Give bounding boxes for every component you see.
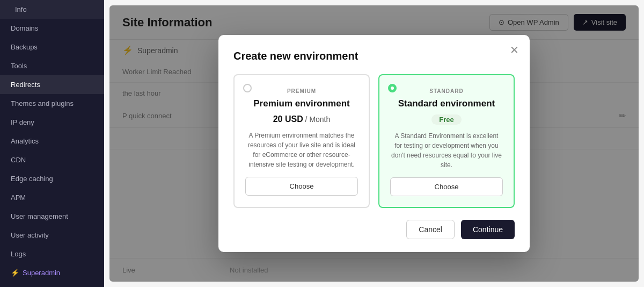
premium-type-label: PREMIUM bbox=[245, 88, 358, 94]
modal-title: Create new environment bbox=[233, 50, 515, 62]
standard-env-name: Standard environment bbox=[390, 98, 503, 109]
sidebar-item-user-management[interactable]: User management bbox=[0, 207, 104, 226]
sidebar-item-redirects[interactable]: Redirects bbox=[0, 75, 104, 94]
modal-footer: Cancel Continue bbox=[233, 220, 515, 239]
main-content: Site Information ⊙ Open WP Admin ↗ Visit… bbox=[104, 0, 644, 287]
sidebar-item-ip-deny[interactable]: IP deny bbox=[0, 113, 104, 132]
sidebar-item-label: Backups bbox=[11, 43, 38, 51]
sidebar-item-analytics[interactable]: Analytics bbox=[0, 132, 104, 150]
sidebar-item-label: Info bbox=[15, 5, 27, 13]
environment-cards: PREMIUM Premium environment 20 USD / Mon… bbox=[233, 74, 515, 208]
standard-type-label: STANDARD bbox=[390, 88, 503, 94]
sidebar-item-label: Redirects bbox=[11, 81, 40, 89]
sidebar-item-label: Edge caching bbox=[11, 175, 53, 183]
standard-choose-button[interactable]: Choose bbox=[390, 177, 503, 196]
sidebar-item-edge-caching[interactable]: Edge caching bbox=[0, 169, 104, 188]
sidebar-item-label: Analytics bbox=[11, 137, 39, 145]
create-environment-modal: ✕ Create new environment PREMIUM Premium… bbox=[218, 35, 530, 252]
premium-env-name: Premium environment bbox=[245, 98, 358, 109]
lightning-icon: ⚡ bbox=[11, 269, 19, 277]
sidebar-item-label: APM bbox=[11, 193, 26, 202]
standard-radio[interactable] bbox=[388, 84, 397, 92]
premium-price-amount: 20 USD bbox=[273, 114, 303, 124]
sidebar-item-label: Themes and plugins bbox=[11, 99, 74, 107]
premium-price: 20 USD / Month bbox=[245, 114, 358, 124]
sidebar-item-label: User management bbox=[11, 212, 68, 220]
sidebar-item-label: CDN bbox=[11, 156, 26, 164]
sidebar-item-superadmin[interactable]: ⚡ Superadmin bbox=[0, 263, 104, 282]
modal-overlay: ✕ Create new environment PREMIUM Premium… bbox=[109, 5, 639, 282]
premium-price-period: / Month bbox=[305, 115, 331, 124]
standard-env-card[interactable]: STANDARD Standard environment Free A Sta… bbox=[378, 74, 515, 208]
sidebar-item-label: Tools bbox=[11, 62, 27, 70]
sidebar-item-tools[interactable]: Tools bbox=[0, 56, 104, 75]
sidebar-item-apm[interactable]: APM bbox=[0, 188, 104, 207]
sidebar-item-cdn[interactable]: CDN bbox=[0, 150, 104, 169]
standard-free-tag: Free bbox=[431, 114, 461, 125]
premium-description: A Premium environment matches the resour… bbox=[245, 131, 358, 169]
sidebar-item-label: Domains bbox=[11, 24, 38, 32]
standard-price: Free bbox=[390, 114, 503, 125]
sidebar-item-backups[interactable]: Backups bbox=[0, 38, 104, 56]
standard-description: A Standard Environment is excellent for … bbox=[390, 131, 503, 170]
sidebar-item-user-activity[interactable]: User activity bbox=[0, 226, 104, 245]
sidebar-item-themes-plugins[interactable]: Themes and plugins bbox=[0, 94, 104, 113]
sidebar-item-info[interactable]: Info bbox=[0, 0, 104, 19]
cancel-button[interactable]: Cancel bbox=[406, 220, 455, 239]
premium-env-card[interactable]: PREMIUM Premium environment 20 USD / Mon… bbox=[233, 74, 370, 208]
sidebar-item-logs[interactable]: Logs bbox=[0, 245, 104, 263]
main-panel: Site Information ⊙ Open WP Admin ↗ Visit… bbox=[109, 5, 639, 282]
sidebar-item-label: Logs bbox=[11, 250, 26, 258]
continue-button[interactable]: Continue bbox=[461, 220, 515, 239]
modal-close-button[interactable]: ✕ bbox=[510, 45, 519, 55]
sidebar-item-domains[interactable]: Domains bbox=[0, 19, 104, 38]
premium-choose-button[interactable]: Choose bbox=[245, 177, 358, 196]
sidebar-item-label: IP deny bbox=[11, 118, 34, 126]
sidebar-item-label: Superadmin bbox=[23, 269, 60, 277]
premium-radio[interactable] bbox=[243, 84, 252, 92]
sidebar-item-label: User activity bbox=[11, 231, 49, 239]
sidebar: Info Domains Backups Tools Redirects The… bbox=[0, 0, 104, 287]
